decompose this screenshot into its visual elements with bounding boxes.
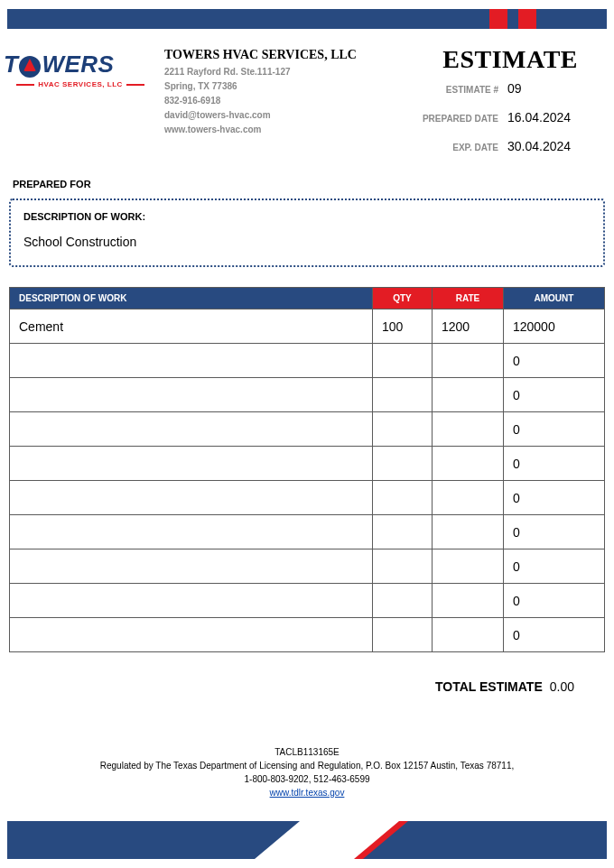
cell-amount: 0 [503, 515, 604, 549]
cell-qty [373, 481, 433, 515]
logo-rule-right [126, 84, 144, 86]
table-row: Cement1001200120000 [10, 309, 605, 344]
cell-amount: 120000 [503, 309, 604, 344]
cell-desc: Cement [10, 309, 373, 344]
col-amount: AMOUNT [503, 288, 604, 309]
description-of-work-box: DESCRIPTION OF WORK: School Construction [9, 199, 605, 267]
cell-amount: 0 [503, 447, 604, 481]
cell-desc [10, 618, 373, 652]
description-label: DESCRIPTION OF WORK: [23, 211, 591, 222]
cell-desc [10, 412, 373, 447]
cell-desc [10, 515, 373, 549]
cell-rate [432, 344, 503, 378]
cell-rate [432, 584, 503, 618]
line-items-table: DESCRIPTION OF WORK QTY RATE AMOUNT Ceme… [9, 287, 605, 652]
cell-amount: 0 [503, 378, 604, 412]
col-qty: QTY [373, 288, 433, 309]
cell-desc [10, 344, 373, 378]
company-address-1: 2211 Rayford Rd. Ste.111-127 [164, 65, 423, 79]
cell-amount: 0 [503, 344, 604, 378]
cell-qty [373, 344, 433, 378]
cell-qty [373, 378, 433, 412]
cell-rate [432, 378, 503, 412]
footer-link[interactable]: www.tdlr.texas.gov [270, 788, 345, 798]
logo-rule-left [16, 84, 34, 86]
bottom-banner-shape [246, 821, 607, 859]
cell-qty [373, 447, 433, 481]
total-value: 0.00 [550, 679, 574, 694]
footer-license: TACLB113165E [0, 745, 614, 759]
banner-red-accent [489, 9, 507, 29]
cell-amount: 0 [503, 549, 604, 584]
estimate-number: 09 [507, 81, 578, 96]
table-row: 0 [10, 515, 605, 549]
logo-flame-icon [19, 56, 41, 78]
table-row: 0 [10, 378, 605, 412]
cell-amount: 0 [503, 584, 604, 618]
table-row: 0 [10, 549, 605, 584]
col-description: DESCRIPTION OF WORK [10, 288, 373, 309]
description-value: School Construction [23, 235, 591, 249]
cell-qty [373, 412, 433, 447]
banner-red-accent [518, 9, 536, 29]
table-row: 0 [10, 412, 605, 447]
company-email: david@towers-hvac.com [164, 108, 423, 123]
logo: T WERS HVAC SERVICES, LLC [4, 45, 157, 153]
cell-rate [432, 549, 503, 584]
table-row: 0 [10, 447, 605, 481]
cell-qty [373, 618, 433, 652]
table-row: 0 [10, 481, 605, 515]
estimate-title: ESTIMATE [423, 45, 578, 74]
cell-rate [432, 481, 503, 515]
cell-qty [373, 584, 433, 618]
table-row: 0 [10, 584, 605, 618]
cell-qty [373, 515, 433, 549]
cell-rate: 1200 [432, 309, 503, 344]
footer: TACLB113165E Regulated by The Texas Depa… [0, 745, 614, 799]
cell-desc [10, 447, 373, 481]
bottom-banner [7, 821, 607, 859]
cell-amount: 0 [503, 481, 604, 515]
logo-subtitle: HVAC SERVICES, LLC [34, 80, 126, 88]
cell-desc [10, 549, 373, 584]
exp-date-label: EXP. DATE [452, 143, 498, 152]
logo-word-left: T [4, 51, 18, 78]
cell-qty: 100 [373, 309, 433, 344]
cell-amount: 0 [503, 618, 604, 652]
total-estimate: TOTAL ESTIMATE 0.00 [0, 679, 574, 694]
col-rate: RATE [432, 288, 503, 309]
prepared-date: 16.04.2024 [507, 110, 578, 125]
cell-amount: 0 [503, 412, 604, 447]
company-name: TOWERS HVAC SERVICES, LLC [164, 45, 423, 65]
company-address-2: Spring, TX 77386 [164, 79, 423, 94]
prepared-date-label: PREPARED DATE [423, 114, 498, 124]
cell-rate [432, 515, 503, 549]
footer-reg-1: Regulated by The Texas Department of Lic… [0, 759, 614, 772]
company-website: www.towers-hvac.com [164, 123, 423, 137]
table-row: 0 [10, 344, 605, 378]
top-banner [7, 9, 607, 29]
cell-rate [432, 447, 503, 481]
table-row: 0 [10, 618, 605, 652]
cell-desc [10, 378, 373, 412]
footer-reg-2: 1-800-803-9202, 512-463-6599 [0, 772, 614, 786]
exp-date: 30.04.2024 [507, 139, 578, 153]
header: T WERS HVAC SERVICES, LLC TOWERS HVAC SE… [0, 29, 614, 153]
estimate-meta: ESTIMATE ESTIMATE # 09 PREPARED DATE 16.… [423, 45, 610, 153]
cell-rate [432, 412, 503, 447]
company-phone: 832-916-6918 [164, 94, 423, 108]
cell-desc [10, 481, 373, 515]
prepared-for-label: PREPARED FOR [13, 179, 614, 189]
estimate-number-label: ESTIMATE # [446, 85, 498, 95]
company-info: TOWERS HVAC SERVICES, LLC 2211 Rayford R… [157, 45, 423, 153]
logo-word-right: WERS [42, 51, 114, 78]
cell-qty [373, 549, 433, 584]
total-label: TOTAL ESTIMATE [435, 679, 543, 694]
cell-desc [10, 584, 373, 618]
cell-rate [432, 618, 503, 652]
